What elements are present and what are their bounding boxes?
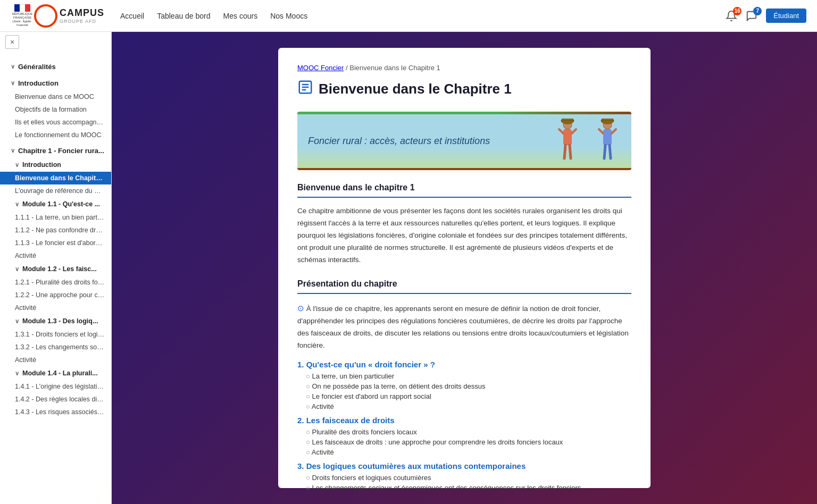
sidebar-item-132[interactable]: 1.3.2 - Les changements sociau... bbox=[0, 341, 111, 354]
section1-body: Ce chapitre ambitionne de vous présenter… bbox=[297, 205, 631, 266]
toc-num-3: 3. bbox=[297, 461, 306, 471]
flag-white bbox=[20, 4, 25, 12]
toc-item-3-title: 3. Des logiques coutumières aux mutation… bbox=[297, 461, 631, 471]
sidebar-item-111[interactable]: 1.1.1 - La terre, un bien particulier bbox=[0, 211, 111, 224]
breadcrumb-current: Bienvenue dans le Chapitre 1 bbox=[349, 64, 440, 72]
target-icon: ⊙ bbox=[297, 304, 304, 313]
sidebar-item-objectifs[interactable]: Objectifs de la formation bbox=[0, 103, 111, 116]
banner-top-bar bbox=[297, 112, 631, 114]
sidebar-item-141[interactable]: 1.4.1 - L'origine des législations f... bbox=[0, 380, 111, 393]
main-background: MOOC Foncier / Bienvenue dans le Chapitr… bbox=[112, 32, 817, 504]
notification-chat[interactable]: 7 bbox=[746, 10, 757, 22]
banner-figures bbox=[557, 119, 621, 164]
flag-blue bbox=[14, 4, 20, 12]
page-title-area: Bienvenue dans le Chapitre 1 bbox=[297, 79, 631, 99]
content-card: MOOC Foncier / Bienvenue dans le Chapitr… bbox=[278, 48, 651, 488]
sidebar-item-ouvrage[interactable]: L'ouvrage de référence du MOOC bbox=[0, 184, 111, 197]
flag-red bbox=[25, 4, 30, 12]
sidebar-group-generalites[interactable]: ∨ Généralités bbox=[0, 60, 111, 74]
campus-name: CAMPUS bbox=[60, 7, 104, 19]
sidebar-group-introduction[interactable]: ∨ Introduction bbox=[0, 76, 111, 90]
svg-line-9 bbox=[570, 145, 571, 158]
sidebar-subgroup-module12[interactable]: ∨ Module 1.2 - Les faisc... bbox=[0, 262, 111, 276]
toc-sub-2-item-3: Activité bbox=[306, 447, 631, 457]
sidebar-item-activite-12[interactable]: Activité bbox=[0, 301, 111, 314]
sidebar-item-121[interactable]: 1.2.1 - Pluralité des droits foncie... bbox=[0, 276, 111, 289]
toc-item-1: 1. Qu'est-ce qu'un « droit foncier » ? L… bbox=[297, 360, 631, 411]
nav-right-actions: 16 7 Étudiant bbox=[726, 9, 806, 23]
sidebar-item-122[interactable]: 1.2.2 - Une approche pour comp... bbox=[0, 289, 111, 301]
nav-links: Accueil Tableau de bord Mes cours Nos Mo… bbox=[120, 12, 726, 20]
course-sidebar: × ∨ Généralités ∨ Introduction Bienvenue… bbox=[0, 32, 112, 504]
sidebar-subgroup-module13-label: Module 1.3 - Des logiq... bbox=[22, 317, 98, 325]
toc-sub-1-item-1: La terre, un bien particulier bbox=[306, 371, 631, 381]
chevron-icon: ∨ bbox=[15, 162, 19, 169]
svg-line-10 bbox=[559, 129, 563, 133]
sidebar-item-143[interactable]: 1.4.3 - Les risques associés à la ... bbox=[0, 406, 111, 418]
sidebar-item-113[interactable]: 1.1.3 - Le foncier est d'abord un r... bbox=[0, 237, 111, 249]
sidebar-group-introduction-label: Introduction bbox=[18, 79, 59, 87]
toc-num-1: 1. bbox=[297, 360, 306, 369]
svg-line-16 bbox=[604, 145, 605, 158]
toc-item-3: 3. Des logiques coutumières aux mutation… bbox=[297, 461, 631, 493]
sidebar-item-131[interactable]: 1.3.1 - Droits fonciers et logique... bbox=[0, 328, 111, 341]
section2-title: Présentation du chapitre bbox=[297, 279, 631, 294]
nav-accueil[interactable]: Accueil bbox=[120, 12, 144, 20]
svg-point-13 bbox=[601, 119, 614, 124]
chevron-icon: ∨ bbox=[11, 63, 15, 70]
toc-sub-2-item-1: Pluralité des droits fonciers locaux bbox=[306, 427, 631, 437]
nav-mes-cours[interactable]: Mes cours bbox=[223, 12, 258, 20]
main-layout: × ∨ Généralités ∨ Introduction Bienvenue… bbox=[0, 32, 817, 504]
breadcrumb-mooc-link[interactable]: MOOC Foncier bbox=[297, 64, 344, 72]
toc-sub-3: Droits fonciers et logiques coutumières … bbox=[297, 473, 631, 493]
sidebar-subgroup-module14[interactable]: ∨ Module 1.4 - La plurali... bbox=[0, 366, 111, 380]
sidebar-item-accompagnement[interactable]: Ils et elles vous accompagnent to... bbox=[0, 116, 111, 129]
svg-line-19 bbox=[612, 129, 616, 133]
campus-logo-wrapper: CAMPUS GROUPE AFD bbox=[34, 4, 104, 28]
page-title-icon bbox=[297, 79, 313, 99]
svg-line-18 bbox=[599, 129, 603, 133]
banner-bottom-bar bbox=[297, 168, 631, 170]
sidebar-item-fonctionnement[interactable]: Le fonctionnement du MOOC bbox=[0, 129, 111, 141]
section2-intro: ⊙ À l'issue de ce chapitre, les apprenan… bbox=[297, 301, 631, 352]
toc-num-2: 2. bbox=[297, 416, 306, 425]
nav-nos-moocs[interactable]: Nos Moocs bbox=[270, 12, 307, 20]
sidebar-close-button[interactable]: × bbox=[5, 35, 19, 49]
chat-badge-count: 7 bbox=[753, 7, 762, 15]
campus-circle-logo bbox=[34, 4, 57, 28]
toc-sub-1-item-2: On ne possède pas la terre, on détient d… bbox=[306, 381, 631, 391]
sidebar-item-activite-13[interactable]: Activité bbox=[0, 354, 111, 366]
svg-rect-15 bbox=[603, 129, 612, 145]
sidebar-item-112[interactable]: 1.1.2 - Ne pas confondre droits d... bbox=[0, 224, 111, 237]
toc-sub-2: Pluralité des droits fonciers locaux Les… bbox=[297, 427, 631, 457]
rf-text: RÉPUBLIQUEFRANÇAISELiberté · Égalité · F… bbox=[11, 12, 34, 28]
svg-point-5 bbox=[561, 119, 574, 124]
svg-line-17 bbox=[610, 145, 611, 158]
svg-line-8 bbox=[564, 145, 565, 158]
user-menu-button[interactable]: Étudiant bbox=[766, 9, 806, 23]
notification-bell[interactable]: 16 bbox=[726, 10, 737, 22]
toc-sub-3-item-1: Droits fonciers et logiques coutumières bbox=[306, 473, 631, 483]
toc-sub-2-item-2: Les faisceaux de droits : une approche p… bbox=[306, 437, 631, 447]
sidebar-item-bienvenue-mooc[interactable]: Bienvenue dans ce MOOC bbox=[0, 90, 111, 103]
sidebar-subgroup-module13[interactable]: ∨ Module 1.3 - Des logiq... bbox=[0, 314, 111, 328]
banner-text: Foncier rural : accès, acteurs et instit… bbox=[308, 136, 490, 147]
sidebar-item-activite-11[interactable]: Activité bbox=[0, 249, 111, 262]
sidebar-group-chapitre1[interactable]: ∨ Chapitre 1 - Foncier rura... bbox=[0, 144, 111, 158]
table-of-contents: 1. Qu'est-ce qu'un « droit foncier » ? L… bbox=[297, 360, 631, 493]
sidebar-item-142[interactable]: 1.4.2 - Des règles locales divers... bbox=[0, 393, 111, 406]
section2-intro-text: À l'issue de ce chapitre, les apprenants… bbox=[297, 305, 629, 349]
toc-item-2: 2. Les faisceaux de droits Pluralité des… bbox=[297, 416, 631, 457]
sidebar-subgroup-module11[interactable]: ∨ Module 1.1 - Qu'est-ce ... bbox=[0, 197, 111, 211]
toc-sub-3-item-2: Les changements sociaux et économiques o… bbox=[306, 483, 631, 493]
figure-1-icon bbox=[557, 119, 586, 164]
toc-sub-1: La terre, un bien particulier On ne poss… bbox=[297, 371, 631, 411]
sidebar-subgroup-introduction[interactable]: ∨ Introduction bbox=[0, 158, 111, 172]
campus-text-logo: CAMPUS GROUPE AFD bbox=[60, 7, 104, 24]
sidebar-item-bienvenue-chapitre1[interactable]: Bienvenue dans le Chapitre 1 bbox=[0, 172, 111, 184]
svg-line-11 bbox=[572, 129, 576, 133]
toc-title-3: Des logiques coutumières aux mutations c… bbox=[306, 461, 526, 471]
republique-francaise-logo: RÉPUBLIQUEFRANÇAISELiberté · Égalité · F… bbox=[11, 4, 34, 28]
page-title-text: Bienvenue dans le Chapitre 1 bbox=[319, 81, 512, 97]
nav-tableau-de-bord[interactable]: Tableau de bord bbox=[157, 12, 210, 20]
